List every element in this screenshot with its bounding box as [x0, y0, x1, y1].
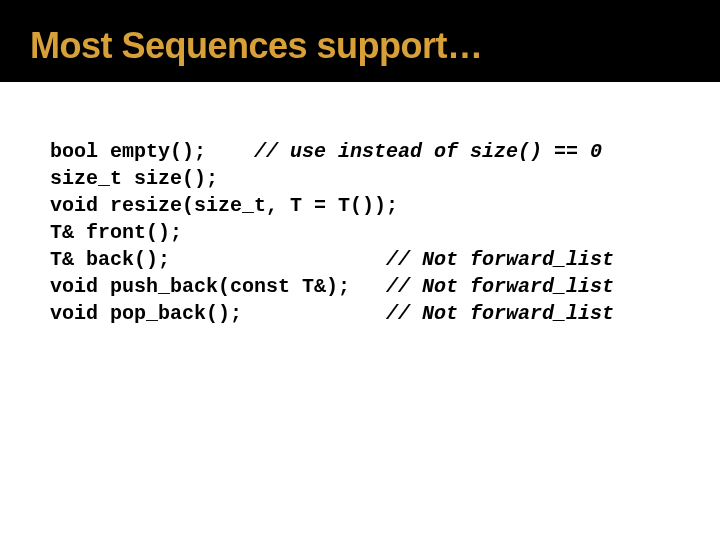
- code-line: void pop_back(); // Not forward_list: [50, 300, 720, 327]
- code-comment: // use instead of size() == 0: [254, 140, 602, 163]
- code-comment: // Not forward_list: [386, 275, 614, 298]
- code-text: T& front();: [50, 221, 182, 244]
- code-line: void resize(size_t, T = T());: [50, 192, 720, 219]
- code-block: bool empty(); // use instead of size() =…: [0, 82, 720, 327]
- code-text: T& back();: [50, 248, 386, 271]
- code-text: size_t size();: [50, 167, 218, 190]
- title-band: Most Sequences support…: [0, 0, 720, 82]
- code-text: void push_back(const T&);: [50, 275, 386, 298]
- code-line: T& back(); // Not forward_list: [50, 246, 720, 273]
- code-text: void pop_back();: [50, 302, 386, 325]
- code-comment: // Not forward_list: [386, 302, 614, 325]
- code-text: void resize(size_t, T = T());: [50, 194, 398, 217]
- code-comment: // Not forward_list: [386, 248, 614, 271]
- code-line: bool empty(); // use instead of size() =…: [50, 138, 720, 165]
- slide-title: Most Sequences support…: [30, 28, 720, 64]
- code-line: void push_back(const T&); // Not forward…: [50, 273, 720, 300]
- code-line: size_t size();: [50, 165, 720, 192]
- code-text: bool empty();: [50, 140, 254, 163]
- slide: Most Sequences support… bool empty(); //…: [0, 0, 720, 540]
- code-line: T& front();: [50, 219, 720, 246]
